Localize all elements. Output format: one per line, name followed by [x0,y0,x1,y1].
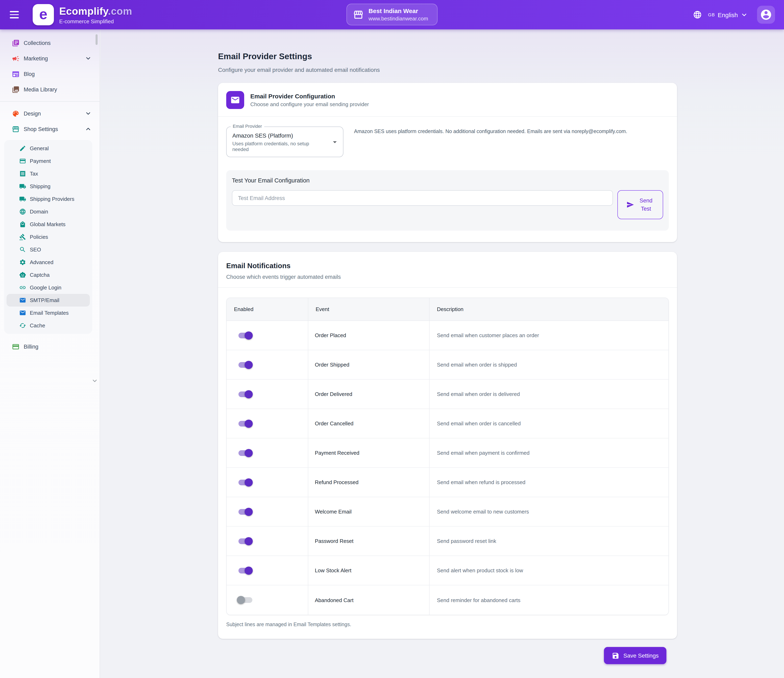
sidebar-scrollbar-thumb[interactable] [96,34,98,45]
toggle-order-placed[interactable] [237,330,254,340]
sidebar-item-label: Policies [30,234,48,240]
avatar-button[interactable] [757,6,775,24]
column-header-event: Event [308,298,429,320]
event-description: Send email when customer places an order [429,321,669,350]
store-name: Best Indian Wear [369,7,428,14]
sidebar-item-tax[interactable]: Tax [6,167,90,180]
credit-card-icon [19,157,26,165]
table-body: Order PlacedSend email when customer pla… [227,321,669,615]
sidebar-item-general[interactable]: General [6,142,90,155]
app-header: e Ecomplify.com E-commerce Simplified Be… [0,0,784,30]
column-header-enabled: Enabled [227,298,308,320]
toggle-welcome-email[interactable] [237,507,254,516]
select-hint: Uses platform credentials, no setup need… [232,141,326,152]
sidebar-item-email-templates[interactable]: Email Templates [6,306,90,319]
toggle-abandoned-cart[interactable] [237,595,254,605]
notifications-subtitle: Choose which events trigger automated em… [226,274,669,280]
billing-card-icon [11,342,20,351]
newspaper-icon [11,70,20,78]
table-row-abandoned-cart: Abandoned CartSend reminder for abandone… [227,585,669,615]
mail-icon [19,297,26,304]
sidebar-item-design[interactable]: Design [0,106,100,121]
sidebar-item-marketing[interactable]: Marketing [0,51,100,66]
toggle-order-cancelled[interactable] [237,418,254,428]
menu-icon [10,11,19,12]
robot-icon [19,271,26,278]
sidebar-item-cache[interactable]: Cache [6,319,90,332]
event-name: Welcome Email [308,497,429,526]
sidebar-item-label: SMTP/Email [30,297,59,303]
event-name: Password Reset [308,527,429,555]
sidebar-item-billing[interactable]: Billing [0,339,100,354]
test-email-input[interactable] [232,190,613,206]
page-title: Email Provider Settings [218,51,677,61]
sync-icon [19,322,26,329]
event-description: Send email when refund is processed [429,468,669,497]
chevron-down-icon [85,110,92,117]
sidebar-item-shipping-providers[interactable]: Shipping Providers [6,193,90,205]
language-selector[interactable]: GB English [706,11,750,19]
table-row-order-shipped: Order ShippedSend email when order is sh… [227,350,669,379]
sidebar-item-payment[interactable]: Payment [6,155,90,167]
provider-card-title: Email Provider Configuration [250,93,369,100]
gavel-icon [19,233,26,241]
sidebar-item-captcha[interactable]: Captcha [6,269,90,281]
truck-icon [19,183,26,190]
save-settings-button[interactable]: Save Settings [604,647,666,664]
sidebar-item-label: General [30,145,49,151]
sidebar-item-label: SEO [30,247,41,253]
sidebar-item-global-markets[interactable]: Global Markets [6,218,90,231]
save-icon [611,652,619,659]
event-name: Payment Received [308,439,429,467]
event-description: Send email when payment is confirmed [429,439,669,467]
main-content: Email Provider Settings Configure your e… [100,30,784,678]
toggle-order-delivered[interactable] [237,389,254,399]
brand-tagline: E-commerce Simplified [59,18,132,24]
sidebar-item-shop-settings[interactable]: Shop Settings [0,121,100,137]
brand-tld: .com [108,5,132,17]
test-email-section: Test Your Email Configuration Send Test [226,170,669,231]
toggle-refund-processed[interactable] [237,477,254,487]
sidebar-item-media-library[interactable]: Media Library [0,82,100,97]
sidebar-item-label: Tax [30,171,38,177]
sidebar-item-label: Shipping Providers [30,196,74,202]
chevron-down-icon [741,11,748,18]
sidebar-item-label: Billing [24,344,38,350]
sidebar-item-smtp-email[interactable]: SMTP/Email [6,294,90,306]
sidebar-item-label: Shop Settings [24,126,58,132]
page-subtitle: Configure your email provider and automa… [218,67,677,73]
sidebar-item-label: Collections [24,40,51,46]
sidebar-scroll-down-icon[interactable] [92,378,98,386]
store-url: www.bestindianwear.com [369,16,428,22]
link-icon [19,284,26,291]
collections-icon [11,39,20,47]
sidebar-item-label: Payment [30,158,51,164]
toggle-password-reset[interactable] [237,536,254,546]
menu-button[interactable] [7,6,24,23]
column-header-description: Description [429,298,669,320]
sidebar-item-shipping[interactable]: Shipping [6,180,90,193]
notifications-title: Email Notifications [226,262,669,270]
store-badge[interactable]: Best Indian Wear www.bestindianwear.com [347,4,437,25]
toggle-payment-received[interactable] [237,448,254,458]
sidebar-item-seo[interactable]: SEO [6,243,90,256]
globe-icon [693,10,702,19]
sidebar-item-policies[interactable]: Policies [6,231,90,243]
gear-icon [19,258,26,266]
sidebar-item-blog[interactable]: Blog [0,66,100,82]
sidebar-item-domain[interactable]: Domain [6,205,90,218]
send-test-button[interactable]: Send Test [618,190,663,219]
toggle-order-shipped[interactable] [237,360,254,370]
app-logo[interactable]: e [33,4,54,25]
mail-icon [19,309,26,317]
sidebar-item-google-login[interactable]: Google Login [6,281,90,294]
sidebar-item-collections[interactable]: Collections [0,35,100,51]
email-provider-select[interactable]: Email Provider Amazon SES (Platform) Use… [226,126,344,157]
toggle-low-stock-alert[interactable] [237,566,254,575]
event-name: Abandoned Cart [308,585,429,615]
event-description: Send email when order is shipped [429,350,669,379]
sidebar-item-label: Captcha [30,272,50,278]
event-name: Order Delivered [308,379,429,409]
sidebar-item-advanced[interactable]: Advanced [6,256,90,269]
chevron-down-icon [85,55,92,62]
